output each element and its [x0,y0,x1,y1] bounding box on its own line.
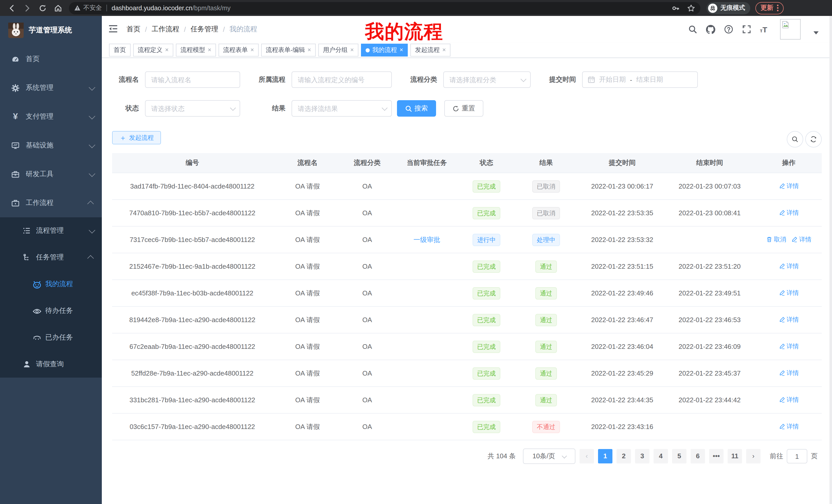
close-icon[interactable]: × [308,44,311,56]
status-badge: 已完成 [473,421,500,433]
cell-result: 已取消 [511,173,581,200]
sidebar-item-todo-tasks[interactable]: 待办任务 [0,298,102,324]
browser-home-icon[interactable] [50,0,66,16]
detail-link[interactable]: 详情 [779,262,799,271]
category-select[interactable] [443,72,531,88]
avatar-dropdown-icon[interactable] [813,31,818,34]
refresh-table-button[interactable] [805,131,822,147]
sidebar-item-leave-query[interactable]: 请假查询 [0,351,102,377]
breadcrumb-home[interactable]: 首页 [127,25,140,34]
end-date-placeholder: 结束日期 [636,75,663,84]
sidebar-item-system[interactable]: 系统管理 [0,74,102,102]
detail-link[interactable]: 详情 [779,342,799,351]
sidebar-item-done-tasks[interactable]: 已办任务 [0,324,102,351]
detail-link[interactable]: 详情 [779,289,799,298]
security-warning[interactable]: 不安全 [74,4,102,12]
page-size-select[interactable]: 10条/页 [523,449,575,464]
toggle-search-button[interactable] [787,131,803,147]
page-button[interactable]: 2 [617,449,631,464]
cell-current-task: 一级审批 [392,226,462,253]
detail-link[interactable]: 详情 [779,422,799,431]
sidebar-item-process-mgmt[interactable]: 流程管理 [0,217,102,244]
page-button[interactable]: 3 [635,449,649,464]
browser-menu-icon[interactable] [777,5,779,11]
fullscreen-icon[interactable] [742,25,751,34]
submit-time-range-picker[interactable]: 开始日期 - 结束日期 [582,72,698,88]
browser-forward-icon[interactable] [20,0,35,16]
gear-icon [11,84,20,92]
process-name-input[interactable] [145,72,240,88]
next-page-button[interactable]: › [746,449,760,464]
cell-result: 通过 [511,306,581,333]
tab-home[interactable]: 首页 [109,44,131,57]
close-icon[interactable]: × [350,44,354,56]
tab-process-form-edit[interactable]: 流程表单-编辑× [261,44,316,57]
sidebar-item-workflow[interactable]: 工作流程 [0,189,102,217]
browser-update-menu[interactable]: 更新 [755,2,784,14]
tab-start-process[interactable]: 发起流程× [410,44,450,57]
font-size-icon[interactable]: тT [760,25,767,34]
tab-process-model[interactable]: 流程模型× [176,44,216,57]
detail-link[interactable]: 详情 [779,208,799,217]
browser-back-icon[interactable] [4,0,20,16]
github-icon[interactable] [706,25,715,34]
goto-page-input[interactable] [787,449,807,464]
tab-process-form[interactable]: 流程表单× [218,44,259,57]
result-select[interactable] [291,100,392,117]
sidebar-item-home[interactable]: 首页 [0,45,102,74]
password-key-icon[interactable] [672,4,680,12]
detail-link[interactable]: 详情 [779,396,799,404]
detail-link[interactable]: 详情 [779,369,799,377]
page-button[interactable]: 6 [691,449,705,464]
tab-process-definition[interactable]: 流程定义× [133,44,173,57]
current-task-link[interactable]: 一级审批 [413,235,440,243]
status-select[interactable] [145,100,240,117]
help-icon[interactable] [724,25,733,34]
search-icon[interactable] [688,25,697,34]
prev-page-button[interactable]: ‹ [579,449,594,464]
sidebar-item-infra[interactable]: 基础设施 [0,131,102,160]
result-select-input[interactable] [291,100,392,117]
sidebar-item-my-process[interactable]: 我的流程 [0,271,102,298]
sidebar-item-payment[interactable]: ¥ 支付管理 [0,102,102,131]
close-icon[interactable]: × [399,44,403,56]
page-button[interactable]: 5 [672,449,686,464]
bookmark-star-icon[interactable] [687,4,695,12]
detail-link[interactable]: 详情 [791,235,811,244]
breadcrumb-current: 我的流程 [230,25,257,34]
cell-id: 7317cec6-7b9b-11ec-b5b7-acde48001122 [112,226,272,253]
breadcrumb-workflow[interactable]: 工作流程 [152,25,179,34]
close-icon[interactable]: × [251,44,254,56]
tab-user-group[interactable]: 用户分组× [318,44,358,57]
page-button[interactable]: 11 [728,449,742,464]
app-logo[interactable]: 芋道管理系统 [0,16,102,45]
cell-name: OA 请假 [272,333,342,360]
status-select-input[interactable] [145,100,240,117]
browser-reload-icon[interactable] [35,0,50,16]
search-button[interactable]: 搜索 [397,100,436,117]
category-select-input[interactable] [443,72,531,88]
page-button[interactable]: 4 [654,449,668,464]
reset-button[interactable]: 重置 [444,100,483,117]
close-icon[interactable]: × [165,44,169,56]
parent-process-input[interactable] [291,72,392,88]
sidebar-item-devtools[interactable]: 研发工具 [0,160,102,189]
cell-actions: 取消详情 [756,226,822,253]
top-navbar: 首页 / 工作流程 / 任务管理 / 我的流程 тT [102,16,832,43]
tab-my-process[interactable]: 我的流程× [361,44,408,57]
page-scrollbar[interactable] [829,16,832,504]
sidebar-item-task-mgmt[interactable]: 任务管理 [0,244,102,271]
close-icon[interactable]: × [442,44,446,56]
breadcrumb-task-mgmt[interactable]: 任务管理 [190,25,218,34]
detail-link[interactable]: 详情 [779,315,799,324]
create-process-button[interactable]: ＋ 发起流程 [112,131,161,144]
sidebar-collapse-icon[interactable] [108,24,119,35]
detail-link[interactable]: 详情 [779,182,799,191]
cancel-link[interactable]: 取消 [766,235,786,244]
address-bar[interactable]: 不安全 dashboard.yudao.iocoder.cn/bpm/task/… [69,2,700,14]
page-button[interactable]: 1 [598,449,613,464]
avatar[interactable] [780,19,801,39]
close-icon[interactable]: × [208,44,211,56]
page-more-button[interactable]: ••• [709,449,724,464]
eye-open-icon [32,306,41,315]
